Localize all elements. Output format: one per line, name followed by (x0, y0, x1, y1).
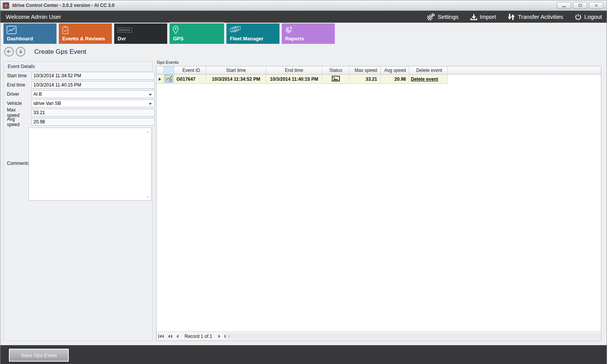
settings-button[interactable]: Settings (427, 13, 459, 21)
cell-end-time[interactable]: 10/3/2014 11:40:15 PM (266, 75, 323, 84)
record-navigator: Record 1 of 1 (156, 331, 601, 341)
close-button[interactable]: ✕ (589, 2, 604, 9)
vehicle-label: Vehicle (7, 101, 28, 106)
breadcrumb: Create Gps Event (4, 47, 86, 57)
logout-button[interactable]: Logout (575, 13, 602, 20)
max-speed-field[interactable] (32, 109, 155, 116)
arrow-down-icon (18, 48, 23, 55)
tab-fleet-manager[interactable]: Fleet Manager (226, 23, 279, 44)
app-window: Idrive Control Center - 3.0.2 version - … (0, 0, 607, 364)
welcome-text: Welcome Admin User (6, 13, 61, 20)
chevron-down-icon (149, 94, 152, 96)
avg-speed-row: Avg speed (7, 118, 28, 126)
tab-gps-label: GPS (173, 36, 183, 42)
driver-dropdown[interactable]: Al B (32, 90, 155, 98)
arrow-left-icon (7, 48, 12, 55)
record-count-text: Record 1 of 1 (185, 334, 212, 339)
grid-header-event-id[interactable]: Event ID (174, 66, 206, 74)
driver-value: Al B (33, 91, 42, 97)
grid-header-max-speed[interactable]: Max speed (349, 66, 381, 74)
avg-speed-label: Avg speed (7, 116, 28, 127)
pie-chart-icon (285, 29, 293, 35)
vehicle-dropdown[interactable]: idrive Van SB (32, 100, 155, 107)
driver-label: Driver (7, 91, 28, 97)
trucks-icon (229, 28, 241, 35)
module-tiles: Dashboard Events & Reviews MERGE Dvr (3, 23, 335, 44)
title-bar: Idrive Control Center - 3.0.2 version - … (0, 0, 607, 11)
grid-header-icon (164, 66, 174, 74)
table-row[interactable]: G017647 10/3/2014 11:34:52 PM 10/3/2014 … (156, 75, 601, 84)
gps-events-title: Gps Events (157, 60, 179, 65)
end-time-label: End time (7, 82, 28, 88)
comments-label: Comments (7, 161, 29, 166)
grid-header-row: Event ID Start time End time Status Max … (156, 66, 601, 75)
maximize-button[interactable] (573, 2, 587, 9)
driver-row: Driver Al B (7, 90, 28, 98)
tab-reports[interactable]: Reports (282, 23, 335, 44)
cell-avg-speed[interactable]: 20.98 (381, 75, 409, 84)
gears-icon (427, 13, 435, 21)
scroll-down-icon: ▼ (146, 195, 149, 199)
cell-delete-event: Delete event (409, 75, 448, 84)
scroll-up-icon: ▲ (146, 130, 149, 133)
grid-header-start-time[interactable]: Start time (206, 66, 266, 74)
transfer-activities-button[interactable]: Transfer Activities (507, 13, 563, 21)
tab-events-reviews-label: Events & Reviews (62, 36, 105, 42)
expand-down-button[interactable] (16, 47, 25, 57)
row-arrow-icon (159, 78, 161, 81)
map-thumbnail-icon (165, 75, 173, 83)
clipboard-check-icon (62, 29, 69, 35)
horizontal-scrollbar[interactable] (226, 333, 600, 339)
window-title: Idrive Control Center - 3.0.2 version - … (12, 3, 115, 8)
pager-next-icon[interactable] (218, 334, 220, 338)
start-time-field[interactable] (32, 72, 155, 80)
merge-badge-icon: MERGE (117, 28, 132, 33)
grid-header-indicator (156, 66, 164, 74)
save-gps-event-button[interactable]: Save Gps Event (9, 349, 69, 362)
cell-start-time[interactable]: 10/3/2014 11:34:52 PM (206, 75, 266, 84)
transfer-arrows-icon (507, 13, 515, 21)
grid-header-filler (448, 66, 601, 74)
delete-event-link[interactable]: Delete event (411, 76, 438, 82)
tab-dashboard[interactable]: Dashboard (3, 23, 57, 44)
pager-prev-icon[interactable] (176, 334, 179, 338)
import-button[interactable]: Import (470, 13, 496, 20)
tab-dvr[interactable]: MERGE Dvr (114, 23, 167, 44)
tab-dashboard-label: Dashboard (7, 36, 33, 42)
end-time-field[interactable] (32, 81, 155, 89)
map-pin-icon (173, 29, 179, 35)
grid-header-avg-speed[interactable]: Avg speed (381, 66, 409, 74)
comments-textarea[interactable] (28, 128, 151, 201)
grid-header-delete-event[interactable]: Delete event (409, 66, 448, 74)
gps-events-grid: Event ID Start time End time Status Max … (156, 66, 601, 341)
line-chart-icon (7, 29, 17, 35)
event-details-panel: Event Details Start time End time Driver… (3, 61, 153, 341)
import-icon (470, 13, 477, 20)
tab-events-reviews[interactable]: Events & Reviews (59, 23, 112, 44)
grid-header-status[interactable]: Status (323, 66, 349, 74)
pager-first-icon[interactable] (158, 334, 164, 338)
minimize-button[interactable] (557, 2, 571, 9)
picture-icon (332, 76, 340, 83)
app-logo-icon (3, 2, 9, 9)
cell-event-id[interactable]: G017647 (174, 75, 206, 84)
row-map-cell[interactable] (164, 75, 174, 84)
start-time-label: Start time (7, 73, 28, 78)
max-speed-row: Max speed (7, 109, 28, 116)
row-indicator-cell (156, 75, 164, 84)
chevron-down-icon (149, 103, 152, 105)
vehicle-value: idrive Van SB (33, 101, 61, 106)
scroll-left-icon (228, 335, 230, 338)
cell-status[interactable] (323, 75, 349, 84)
import-label: Import (480, 13, 496, 20)
vehicle-row: Vehicle idrive Van SB (7, 100, 28, 107)
top-menu-bar: Welcome Admin User Settings (0, 11, 607, 23)
grid-header-end-time[interactable]: End time (266, 66, 323, 74)
avg-speed-field[interactable] (32, 118, 155, 126)
cell-max-speed[interactable]: 33.21 (349, 75, 381, 84)
tab-dvr-label: Dvr (118, 36, 126, 42)
tab-gps-selected[interactable]: GPS (170, 23, 224, 44)
pager-prev-page-icon[interactable] (168, 334, 173, 338)
tab-reports-label: Reports (285, 36, 304, 42)
back-button[interactable] (4, 47, 14, 57)
